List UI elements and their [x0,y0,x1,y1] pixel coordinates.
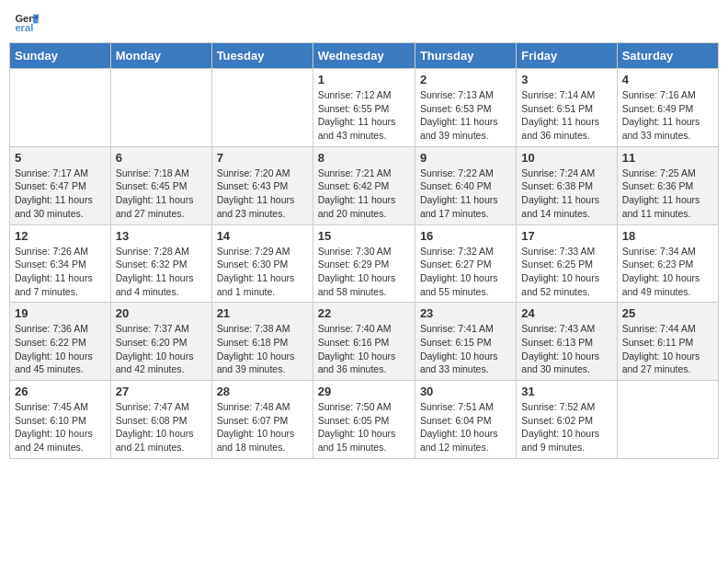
day-info: Sunrise: 7:36 AMSunset: 6:22 PMDaylight:… [15,322,106,376]
calendar-cell: 15Sunrise: 7:30 AMSunset: 6:29 PMDayligh… [313,224,415,303]
svg-text:eral: eral [15,22,33,33]
day-number: 23 [420,306,511,320]
calendar-week-row: 5Sunrise: 7:17 AMSunset: 6:47 PMDaylight… [10,146,719,224]
weekday-header-friday: Friday [517,43,617,69]
calendar-cell: 18Sunrise: 7:34 AMSunset: 6:23 PMDayligh… [617,224,718,303]
calendar-week-row: 19Sunrise: 7:36 AMSunset: 6:22 PMDayligh… [10,303,719,381]
day-number: 21 [217,306,308,320]
logo: Gen eral [14,9,41,35]
calendar-cell [110,69,211,147]
day-info: Sunrise: 7:48 AMSunset: 6:07 PMDaylight:… [217,400,308,454]
day-info: Sunrise: 7:40 AMSunset: 6:16 PMDaylight:… [318,322,410,376]
calendar-table: SundayMondayTuesdayWednesdayThursdayFrid… [9,42,719,459]
day-number: 24 [521,306,611,320]
calendar-week-row: 26Sunrise: 7:45 AMSunset: 6:10 PMDayligh… [10,381,719,459]
calendar-week-row: 1Sunrise: 7:12 AMSunset: 6:55 PMDaylight… [10,69,719,147]
day-info: Sunrise: 7:45 AMSunset: 6:10 PMDaylight:… [15,400,106,454]
calendar-cell: 3Sunrise: 7:14 AMSunset: 6:51 PMDaylight… [517,69,617,147]
calendar-cell: 16Sunrise: 7:32 AMSunset: 6:27 PMDayligh… [415,224,516,303]
day-number: 7 [217,151,308,165]
calendar-week-row: 12Sunrise: 7:26 AMSunset: 6:34 PMDayligh… [10,224,719,303]
calendar-cell: 28Sunrise: 7:48 AMSunset: 6:07 PMDayligh… [211,381,313,459]
day-number: 15 [318,229,410,243]
day-number: 20 [116,306,207,320]
day-info: Sunrise: 7:28 AMSunset: 6:32 PMDaylight:… [116,245,207,299]
weekday-header-saturday: Saturday [617,43,718,69]
day-number: 18 [622,229,713,243]
day-info: Sunrise: 7:52 AMSunset: 6:02 PMDaylight:… [521,400,611,454]
day-info: Sunrise: 7:17 AMSunset: 6:47 PMDaylight:… [15,167,106,221]
day-info: Sunrise: 7:24 AMSunset: 6:38 PMDaylight:… [521,167,611,221]
day-number: 28 [217,385,308,398]
calendar-cell: 31Sunrise: 7:52 AMSunset: 6:02 PMDayligh… [517,381,617,459]
day-info: Sunrise: 7:12 AMSunset: 6:55 PMDaylight:… [318,88,410,143]
calendar-cell: 30Sunrise: 7:51 AMSunset: 6:04 PMDayligh… [415,381,516,459]
day-number: 30 [420,385,511,398]
calendar-cell: 14Sunrise: 7:29 AMSunset: 6:30 PMDayligh… [211,224,313,303]
day-info: Sunrise: 7:44 AMSunset: 6:11 PMDaylight:… [622,322,713,376]
day-info: Sunrise: 7:38 AMSunset: 6:18 PMDaylight:… [217,322,308,376]
calendar-cell: 21Sunrise: 7:38 AMSunset: 6:18 PMDayligh… [211,303,313,381]
day-number: 5 [15,151,106,165]
calendar-cell: 25Sunrise: 7:44 AMSunset: 6:11 PMDayligh… [617,303,718,381]
day-number: 27 [116,385,207,398]
calendar-cell: 9Sunrise: 7:22 AMSunset: 6:40 PMDaylight… [415,146,516,224]
day-number: 31 [521,385,611,398]
day-info: Sunrise: 7:18 AMSunset: 6:45 PMDaylight:… [116,167,207,221]
calendar-cell: 13Sunrise: 7:28 AMSunset: 6:32 PMDayligh… [110,224,211,303]
calendar-cell: 23Sunrise: 7:41 AMSunset: 6:15 PMDayligh… [415,303,516,381]
calendar-cell: 27Sunrise: 7:47 AMSunset: 6:08 PMDayligh… [110,381,211,459]
calendar-cell: 20Sunrise: 7:37 AMSunset: 6:20 PMDayligh… [110,303,211,381]
weekday-header-thursday: Thursday [415,43,516,69]
day-info: Sunrise: 7:30 AMSunset: 6:29 PMDaylight:… [318,245,410,299]
calendar-cell: 12Sunrise: 7:26 AMSunset: 6:34 PMDayligh… [10,224,111,303]
day-number: 1 [318,73,410,86]
day-info: Sunrise: 7:41 AMSunset: 6:15 PMDaylight:… [420,322,511,376]
calendar-cell: 19Sunrise: 7:36 AMSunset: 6:22 PMDayligh… [10,303,111,381]
day-info: Sunrise: 7:43 AMSunset: 6:13 PMDaylight:… [521,322,611,376]
calendar-cell: 8Sunrise: 7:21 AMSunset: 6:42 PMDaylight… [313,146,415,224]
day-info: Sunrise: 7:37 AMSunset: 6:20 PMDaylight:… [116,322,207,376]
logo-icon: Gen eral [14,9,40,35]
weekday-header-row: SundayMondayTuesdayWednesdayThursdayFrid… [10,43,719,69]
day-info: Sunrise: 7:32 AMSunset: 6:27 PMDaylight:… [420,245,511,299]
calendar-cell: 26Sunrise: 7:45 AMSunset: 6:10 PMDayligh… [10,381,111,459]
day-number: 14 [217,229,308,243]
calendar-cell: 11Sunrise: 7:25 AMSunset: 6:36 PMDayligh… [617,146,718,224]
day-number: 25 [622,306,713,320]
day-info: Sunrise: 7:26 AMSunset: 6:34 PMDaylight:… [15,245,106,299]
day-info: Sunrise: 7:13 AMSunset: 6:53 PMDaylight:… [420,88,511,143]
day-number: 2 [420,73,511,86]
calendar-cell: 24Sunrise: 7:43 AMSunset: 6:13 PMDayligh… [517,303,617,381]
calendar-cell: 4Sunrise: 7:16 AMSunset: 6:49 PMDaylight… [617,69,718,147]
day-info: Sunrise: 7:47 AMSunset: 6:08 PMDaylight:… [116,400,207,454]
calendar-cell [211,69,313,147]
day-info: Sunrise: 7:25 AMSunset: 6:36 PMDaylight:… [622,167,713,221]
day-number: 12 [15,229,106,243]
day-info: Sunrise: 7:14 AMSunset: 6:51 PMDaylight:… [521,88,611,143]
day-info: Sunrise: 7:20 AMSunset: 6:43 PMDaylight:… [217,167,308,221]
day-number: 6 [116,151,207,165]
calendar-cell: 17Sunrise: 7:33 AMSunset: 6:25 PMDayligh… [517,224,617,303]
day-number: 26 [15,385,106,398]
calendar-cell: 7Sunrise: 7:20 AMSunset: 6:43 PMDaylight… [211,146,313,224]
day-number: 10 [521,151,611,165]
day-info: Sunrise: 7:33 AMSunset: 6:25 PMDaylight:… [521,245,611,299]
day-number: 17 [521,229,611,243]
day-number: 22 [318,306,410,320]
calendar-cell: 2Sunrise: 7:13 AMSunset: 6:53 PMDaylight… [415,69,516,147]
weekday-header-monday: Monday [110,43,211,69]
day-number: 9 [420,151,511,165]
day-info: Sunrise: 7:29 AMSunset: 6:30 PMDaylight:… [217,245,308,299]
weekday-header-wednesday: Wednesday [313,43,415,69]
day-number: 29 [318,385,410,398]
calendar-cell: 5Sunrise: 7:17 AMSunset: 6:47 PMDaylight… [10,146,111,224]
calendar-cell: 22Sunrise: 7:40 AMSunset: 6:16 PMDayligh… [313,303,415,381]
day-info: Sunrise: 7:16 AMSunset: 6:49 PMDaylight:… [622,88,713,143]
day-info: Sunrise: 7:22 AMSunset: 6:40 PMDaylight:… [420,167,511,221]
day-number: 3 [521,73,611,86]
day-info: Sunrise: 7:51 AMSunset: 6:04 PMDaylight:… [420,400,511,454]
weekday-header-sunday: Sunday [10,43,111,69]
weekday-header-tuesday: Tuesday [211,43,313,69]
calendar-cell [10,69,111,147]
